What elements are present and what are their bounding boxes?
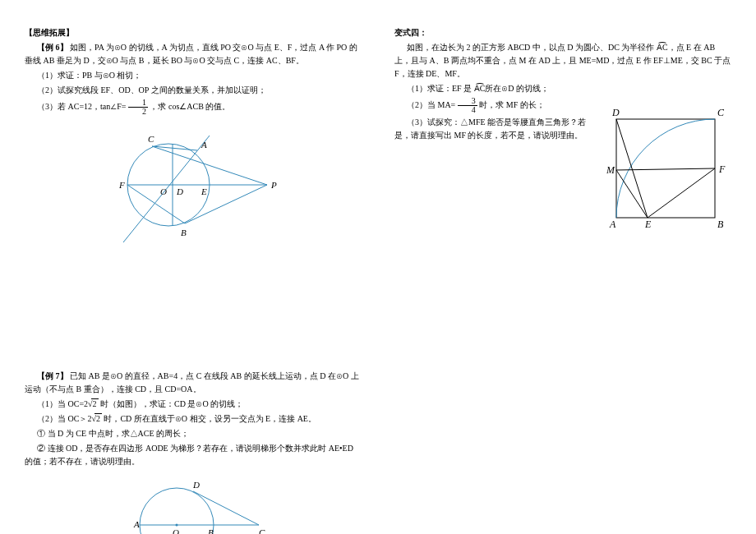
v4-title: 变式四： [394, 26, 731, 39]
v4-figure: D C M F A E B [600, 103, 731, 238]
ex7-q2: （2）当 OC＞2√2 时，CD 所在直线于⊙O 相交，设另一交点为 E，连接 … [25, 412, 362, 426]
svg-line-27 [616, 168, 715, 170]
section-title: 【思维拓展】 [25, 28, 74, 37]
svg-text:A: A [133, 519, 140, 529]
ex7-intro: 已知 AB 是⊙O 的直径，AB=4，点 C 在线段 AB 的延长线上运动，点 … [25, 371, 359, 394]
svg-text:B: B [717, 219, 724, 230]
svg-text:C: C [717, 107, 725, 118]
svg-text:O: O [160, 186, 167, 196]
svg-text:D: D [192, 480, 200, 490]
svg-text:F: F [718, 163, 726, 175]
v4-intro: 如图，在边长为 2 的正方形 ABCD 中，以点 D 为圆心、DC 为半径作 A… [394, 41, 731, 81]
svg-line-4 [185, 185, 267, 223]
ex6-title: 【例 6】 [37, 43, 68, 52]
svg-line-26 [616, 170, 648, 218]
ex7-title: 【例 7】 [37, 371, 68, 380]
svg-text:P: P [270, 180, 277, 190]
fraction-three-quarters: 3 4 [458, 97, 477, 114]
left-column: 【思维拓展】 【例 6】 如图，PA 为⊙O 的切线，A 为切点，直线 PO 交… [25, 25, 362, 534]
ex6-q2: （2）试探究线段 EF、OD、OP 之间的数量关系，并加以证明； [25, 84, 362, 97]
svg-text:O: O [173, 527, 179, 534]
ex6-q1: （1）求证：PB 与⊙O 相切； [25, 69, 362, 82]
svg-text:B: B [181, 228, 187, 237]
fraction-one-half: 1 2 [128, 99, 148, 116]
svg-text:D: D [611, 107, 620, 118]
ex7-q4: ② 连接 OD，是否存在四边形 AODE 为梯形？若存在，请说明梯形个数并求此时… [25, 442, 362, 468]
v4-q3: （3）试探究：△MFE 能否是等腰直角三角形？若是，请直接写出 MF 的长度，若… [394, 116, 592, 142]
svg-text:B: B [208, 527, 214, 534]
svg-line-28 [648, 168, 715, 218]
svg-text:E: E [201, 186, 207, 196]
svg-text:A: A [609, 219, 616, 230]
v4-q1: （1）求证：EF 是 A͡C所在⊙D 的切线； [394, 82, 592, 95]
svg-text:C: C [148, 134, 154, 144]
svg-text:F: F [118, 180, 125, 190]
svg-text:C: C [259, 527, 265, 534]
svg-text:M: M [606, 164, 615, 176]
right-column: 变式四： 如图，在边长为 2 的正方形 ABCD 中，以点 D 为圆心、DC 为… [394, 25, 731, 534]
ex6-intro: 如图，PA 为⊙O 的切线，A 为切点，直线 PO 交⊙O 与点 E、F，过点 … [25, 43, 357, 65]
svg-text:D: D [176, 186, 183, 196]
ex7-figure: A O B C D [25, 472, 362, 534]
svg-text:A: A [201, 140, 207, 150]
ex6-q3: （3）若 AC=12，tan∠F= 1 2 ，求 cos∠ACB 的值。 [25, 99, 362, 116]
svg-line-18 [193, 491, 259, 525]
svg-point-19 [176, 524, 178, 527]
ex6-figure: C A F O D E P B [25, 119, 362, 246]
example-6: 【思维拓展】 【例 6】 如图，PA 为⊙O 的切线，A 为切点，直线 PO 交… [25, 26, 362, 246]
v4-q2: （2）当 MA= 3 4 时，求 MF 的长； [394, 97, 592, 114]
svg-text:E: E [644, 219, 652, 230]
svg-line-29 [616, 119, 648, 218]
ex7-q3: ① 当 D 为 CE 中点时，求△ACE 的周长； [25, 427, 362, 440]
ex7-q1: （1）当 OC=2√2 时（如图），求证：CD 是⊙O 的切线； [25, 398, 362, 411]
example-7: 【例 7】 已知 AB 是⊙O 的直径，AB=4，点 C 在线段 AB 的延长线… [25, 370, 362, 534]
